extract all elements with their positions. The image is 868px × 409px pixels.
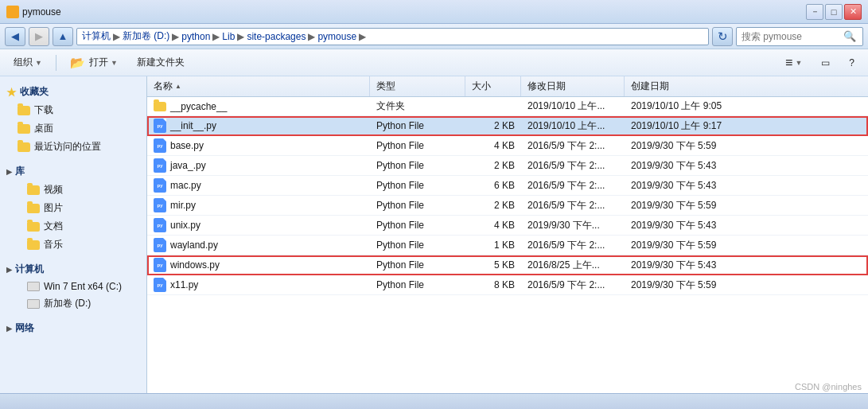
column-modified[interactable]: 修改日期	[521, 76, 625, 96]
file-name-cell: pyjava_.py	[147, 156, 370, 175]
title-bar: pymouse － □ ✕	[0, 0, 868, 24]
column-name[interactable]: 名称 ▲	[147, 76, 370, 96]
file-size-cell: 4 KB	[465, 136, 521, 155]
file-type-cell: Python File	[370, 196, 465, 215]
file-rows-container: __pycache__文件夹2019/10/10 上午...2019/10/10…	[147, 97, 868, 295]
sidebar-item-downloads[interactable]: 下载	[0, 101, 146, 119]
sidebar-item-pictures[interactable]: 图片	[10, 199, 146, 217]
search-input[interactable]	[737, 31, 840, 42]
path-computer[interactable]: 计算机	[82, 29, 111, 43]
file-modified-cell: 2016/5/9 下午 2:...	[521, 156, 625, 175]
file-created-cell: 2019/10/10 上午 9:17	[625, 116, 728, 135]
table-row[interactable]: pywindows.pyPython File5 KB2016/8/25 上午.…	[147, 255, 868, 275]
file-name-cell: pyunix.py	[147, 216, 370, 235]
sidebar-library-header[interactable]: ▶ 库	[0, 162, 146, 181]
table-row[interactable]: pywayland.pyPython File1 KB2016/5/9 下午 2…	[147, 236, 868, 255]
close-button[interactable]: ✕	[844, 4, 862, 20]
search-button[interactable]: 🔍	[840, 28, 859, 45]
up-button[interactable]: ▲	[53, 27, 73, 46]
file-name-cell: pybase.py	[147, 136, 370, 155]
path-lib[interactable]: Lib	[222, 31, 235, 42]
file-name-cell: py__init__.py	[147, 116, 370, 135]
file-name-cell: pymir.py	[147, 196, 370, 215]
file-size-cell: 5 KB	[465, 255, 521, 275]
organize-button[interactable]: 组织 ▼	[6, 53, 49, 72]
forward-button[interactable]: ▶	[29, 27, 49, 46]
sidebar-network-header[interactable]: ▶ 网络	[0, 319, 146, 337]
table-row[interactable]: py__init__.pyPython File2 KB2019/10/10 上…	[147, 116, 868, 136]
file-type-cell: Python File	[370, 255, 465, 275]
toolbar-separator-1	[56, 55, 56, 71]
minimize-button[interactable]: －	[806, 4, 823, 20]
path-pymouse[interactable]: pymouse	[317, 31, 356, 42]
python-file-icon: py	[154, 238, 166, 252]
sidebar-computer-header[interactable]: ▶ 计算机	[0, 260, 146, 279]
organize-dropdown-arrow: ▼	[35, 59, 42, 67]
sidebar-item-drive-c[interactable]: Win 7 Ent x64 (C:)	[10, 279, 146, 294]
file-name-cell: pywindows.py	[147, 255, 370, 275]
table-row[interactable]: pyjava_.pyPython File2 KB2016/5/9 下午 2:.…	[147, 156, 868, 176]
column-type[interactable]: 类型	[370, 76, 465, 96]
library-items: 视频 图片 文档 音乐	[0, 181, 146, 254]
file-modified-cell: 2019/10/10 上午...	[521, 116, 625, 135]
sidebar-item-recent[interactable]: 最近访问的位置	[0, 138, 146, 156]
file-created-cell: 2019/9/30 下午 5:43	[625, 176, 728, 195]
maximize-button[interactable]: □	[825, 4, 843, 20]
sidebar-section-network: ▶ 网络	[0, 319, 146, 337]
table-row[interactable]: __pycache__文件夹2019/10/10 上午...2019/10/10…	[147, 97, 868, 116]
file-created-cell: 2019/9/30 下午 5:59	[625, 196, 728, 215]
drive-icon	[27, 299, 40, 309]
path-python[interactable]: python	[181, 31, 210, 42]
file-modified-cell: 2016/5/9 下午 2:...	[521, 136, 625, 155]
view-icon: ≡	[785, 56, 792, 70]
file-name-cell: pyx11.py	[147, 275, 370, 294]
preview-button[interactable]: ▭	[814, 54, 837, 72]
table-row[interactable]: pybase.pyPython File4 KB2016/5/9 下午 2:..…	[147, 136, 868, 156]
column-size[interactable]: 大小	[465, 76, 521, 96]
computer-items: Win 7 Ent x64 (C:) 新加卷 (D:)	[0, 279, 146, 313]
table-row[interactable]: pyunix.pyPython File4 KB2019/9/30 下午...2…	[147, 216, 868, 236]
file-created-cell: 2019/9/30 下午 5:43	[625, 216, 728, 235]
file-type-cell: Python File	[370, 216, 465, 235]
help-button[interactable]: ?	[842, 54, 862, 72]
sidebar-item-drive-d[interactable]: 新加卷 (D:)	[10, 294, 146, 313]
python-file-icon: py	[154, 258, 166, 272]
table-row[interactable]: pymir.pyPython File2 KB2016/5/9 下午 2:...…	[147, 196, 868, 216]
python-file-icon: py	[154, 178, 166, 193]
file-type-cell: 文件夹	[370, 97, 465, 115]
main-area: ★ 收藏夹 下载 桌面 最近访问的位置 ▶ 库	[0, 76, 868, 393]
file-modified-cell: 2019/10/10 上午...	[521, 97, 625, 115]
file-type-cell: Python File	[370, 156, 465, 175]
sidebar: ★ 收藏夹 下载 桌面 最近访问的位置 ▶ 库	[0, 76, 147, 393]
column-created[interactable]: 创建日期	[625, 76, 728, 96]
search-box: 🔍	[736, 27, 863, 46]
table-row[interactable]: pymac.pyPython File6 KB2016/5/9 下午 2:...…	[147, 176, 868, 196]
file-size-cell: 1 KB	[465, 236, 521, 255]
refresh-button[interactable]: ↻	[712, 27, 733, 46]
folder-icon	[27, 240, 40, 250]
table-row[interactable]: pyx11.pyPython File8 KB2016/5/9 下午 2:...…	[147, 275, 868, 295]
title-bar-left: pymouse	[6, 6, 61, 18]
sidebar-item-desktop[interactable]: 桌面	[0, 119, 146, 138]
python-file-icon: py	[154, 218, 166, 232]
view-button[interactable]: ≡ ▼	[778, 53, 809, 73]
file-size-cell: 2 KB	[465, 196, 521, 215]
expand-icon: ▶	[6, 325, 12, 333]
sidebar-item-video[interactable]: 视频	[10, 181, 146, 199]
sidebar-favorites-header[interactable]: ★ 收藏夹	[0, 83, 146, 101]
back-button[interactable]: ◀	[5, 27, 25, 46]
path-site-packages[interactable]: site-packages	[247, 31, 306, 42]
sidebar-item-documents[interactable]: 文档	[10, 217, 146, 236]
file-name-cell: __pycache__	[147, 97, 370, 115]
file-modified-cell: 2016/8/25 上午...	[521, 255, 625, 275]
new-folder-button[interactable]: 新建文件夹	[130, 53, 192, 72]
title-bar-title: pymouse	[22, 6, 61, 18]
file-created-cell: 2019/9/30 下午 5:59	[625, 236, 728, 255]
address-path[interactable]: 计算机 ▶ 新加卷 (D:) ▶ python ▶ Lib ▶ site-pac…	[76, 28, 709, 45]
open-icon: 📂	[70, 56, 85, 70]
address-bar: ◀ ▶ ▲ 计算机 ▶ 新加卷 (D:) ▶ python ▶ Lib ▶ si…	[0, 24, 868, 49]
file-list-area: 名称 ▲ 类型 大小 修改日期 创建日期 __pycache__文件夹2019/…	[147, 76, 868, 393]
path-drive[interactable]: 新加卷 (D:)	[123, 29, 169, 43]
open-button[interactable]: 📂 打开 ▼	[63, 53, 125, 73]
sidebar-item-music[interactable]: 音乐	[10, 236, 146, 254]
